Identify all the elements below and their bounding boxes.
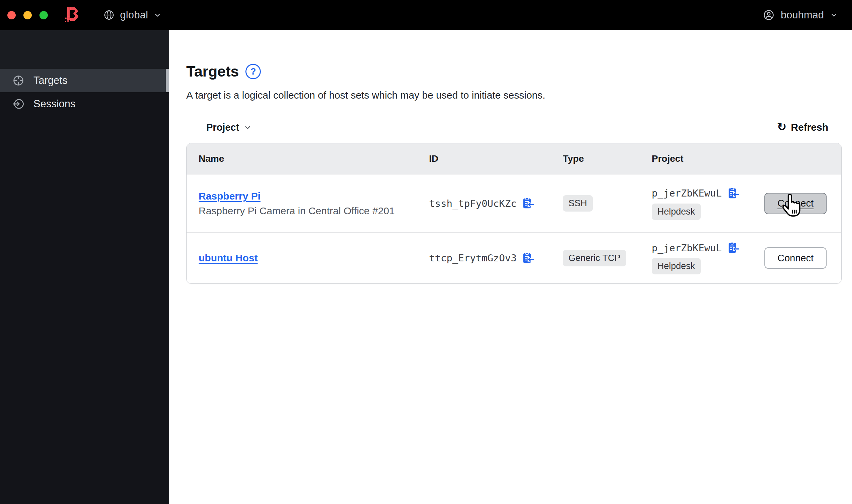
close-window-button[interactable] bbox=[7, 11, 16, 19]
column-header-type: Type bbox=[563, 154, 652, 164]
refresh-button[interactable]: ↻ Refresh bbox=[777, 122, 828, 133]
name-cell: Raspberry Pi Raspberry Pi Camera in Cent… bbox=[187, 191, 429, 217]
column-header-project: Project bbox=[652, 154, 767, 164]
type-cell: SSH bbox=[563, 195, 652, 212]
target-link[interactable]: ubuntu Host bbox=[199, 252, 258, 264]
id-cell: tssh_tpFy0UcKZc bbox=[429, 197, 563, 210]
project-cell: p_jerZbKEwuL bbox=[652, 187, 767, 220]
toolbar: Project ↻ Refresh bbox=[186, 122, 841, 133]
table-header-row: Name ID Type Project bbox=[187, 143, 841, 175]
titlebar: global bouhmad bbox=[0, 0, 852, 30]
user-label: bouhmad bbox=[781, 9, 824, 21]
project-filter-dropdown[interactable]: Project bbox=[206, 122, 251, 133]
boundary-logo bbox=[63, 5, 79, 25]
project-name-badge: Helpdesk bbox=[652, 258, 701, 274]
globe-icon bbox=[103, 10, 115, 21]
help-icon[interactable]: ? bbox=[245, 64, 261, 79]
sidebar-item-sessions[interactable]: Sessions bbox=[0, 92, 169, 115]
boundary-logo-icon bbox=[63, 5, 79, 25]
table-row: Raspberry Pi Raspberry Pi Camera in Cent… bbox=[187, 175, 841, 233]
type-badge: Generic TCP bbox=[563, 250, 626, 266]
traffic-lights bbox=[0, 11, 48, 19]
copy-icon[interactable] bbox=[727, 241, 740, 254]
copy-icon[interactable] bbox=[522, 252, 534, 264]
connect-button[interactable]: Connect bbox=[764, 247, 827, 269]
page-title: Targets bbox=[186, 63, 239, 80]
boundary-desktop-window: global bouhmad bbox=[0, 0, 852, 504]
sidebar-item-label: Sessions bbox=[33, 98, 75, 110]
page-description: A target is a logical collection of host… bbox=[186, 90, 841, 101]
sidebar-header bbox=[0, 30, 169, 69]
id-cell: ttcp_ErytmGzOv3 bbox=[429, 252, 563, 264]
sidebar: Targets Sessions bbox=[0, 30, 169, 504]
user-menu[interactable]: bouhmad bbox=[763, 9, 838, 21]
project-id: p_jerZbKEwuL bbox=[652, 242, 722, 254]
target-icon bbox=[12, 74, 25, 87]
project-id: p_jerZbKEwuL bbox=[652, 187, 722, 199]
user-icon bbox=[763, 9, 775, 21]
table-row: ubuntu Host ttcp_ErytmGzOv3 bbox=[187, 233, 841, 284]
session-icon bbox=[12, 97, 25, 110]
connect-button[interactable]: Connect bbox=[764, 193, 827, 214]
project-filter-label: Project bbox=[206, 122, 239, 133]
sidebar-item-targets[interactable]: Targets bbox=[0, 69, 169, 92]
chevron-down-icon bbox=[244, 124, 251, 131]
action-cell: Connect bbox=[767, 193, 841, 214]
type-cell: Generic TCP bbox=[563, 250, 652, 266]
copy-icon[interactable] bbox=[727, 187, 740, 199]
project-name-badge: Helpdesk bbox=[652, 203, 701, 220]
chevron-down-icon bbox=[154, 11, 161, 19]
target-description: Raspberry Pi Camera in Central Office #2… bbox=[199, 205, 429, 217]
scope-switcher[interactable]: global bbox=[103, 9, 161, 21]
column-header-id: ID bbox=[429, 154, 563, 164]
name-cell: ubuntu Host bbox=[187, 252, 429, 264]
targets-table: Name ID Type Project Raspberry Pi Raspbe… bbox=[186, 143, 841, 284]
target-id: tssh_tpFy0UcKZc bbox=[429, 198, 517, 209]
column-header-name: Name bbox=[187, 154, 429, 164]
refresh-label: Refresh bbox=[791, 122, 828, 133]
main-content: Targets ? A target is a logical collecti… bbox=[169, 30, 852, 504]
zoom-window-button[interactable] bbox=[39, 11, 48, 19]
title-row: Targets ? bbox=[186, 63, 841, 80]
target-id: ttcp_ErytmGzOv3 bbox=[429, 252, 517, 264]
minimize-window-button[interactable] bbox=[23, 11, 32, 19]
sidebar-item-label: Targets bbox=[33, 74, 68, 87]
copy-icon[interactable] bbox=[522, 197, 534, 210]
action-cell: Connect bbox=[767, 247, 841, 269]
project-cell: p_jerZbKEwuL bbox=[652, 241, 767, 274]
help-glyph: ? bbox=[250, 67, 256, 77]
target-link[interactable]: Raspberry Pi bbox=[199, 191, 261, 202]
chevron-down-icon bbox=[830, 11, 838, 19]
scope-label: global bbox=[120, 9, 148, 21]
type-badge: SSH bbox=[563, 195, 593, 212]
refresh-icon: ↻ bbox=[777, 121, 787, 132]
